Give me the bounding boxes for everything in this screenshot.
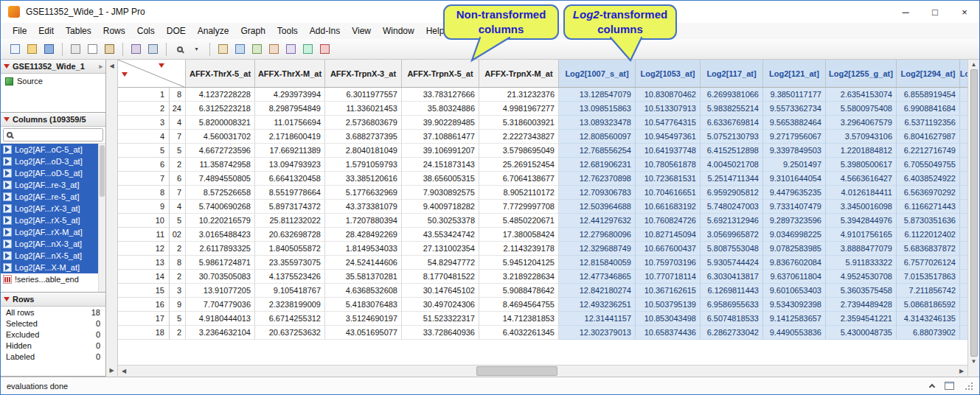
table-cell[interactable]: 6.88073902 <box>897 326 960 340</box>
table-cell[interactable]: 12.477346865 <box>559 270 636 284</box>
table-cell[interactable]: 5 <box>170 144 186 158</box>
table-cell[interactable]: 38.656005315 <box>402 172 479 186</box>
table-cell[interactable]: 3.0165488423 <box>186 228 255 242</box>
graph-builder-icon[interactable] <box>265 41 282 57</box>
table-cell[interactable]: 4.1237228228 <box>186 88 255 102</box>
table-cell[interactable]: 5.9861724871 <box>186 256 255 270</box>
table-cell[interactable]: 8.1770481522 <box>402 270 479 284</box>
table-cell[interactable]: 9.5653882464 <box>763 116 826 130</box>
table-cell[interactable]: 27.131002354 <box>402 242 479 256</box>
table-cell[interactable]: 7.0153517863 <box>897 270 960 284</box>
minimize-button[interactable]: ─ <box>891 1 920 23</box>
distribution-icon[interactable] <box>232 41 249 57</box>
table-cell[interactable]: 9.105418767 <box>255 284 325 298</box>
table-cell[interactable]: 30.147645102 <box>402 284 479 298</box>
table-cell[interactable]: 4.5663616427 <box>826 172 897 186</box>
menu-add-ins[interactable]: Add-Ins <box>304 24 346 38</box>
table-cell[interactable] <box>960 116 967 130</box>
table-cell[interactable]: 9.6010653403 <box>763 284 826 298</box>
table-cell[interactable]: 9.3101644054 <box>763 172 826 186</box>
column-list-item[interactable]: Log2[AF...rX-5_at] <box>1 214 105 226</box>
table-cell[interactable]: 10.723681531 <box>636 172 701 186</box>
table-cell[interactable]: 12.31441157 <box>559 312 636 326</box>
table-cell[interactable] <box>960 102 967 116</box>
table-cell[interactable]: 2 <box>170 158 186 172</box>
table-cell[interactable] <box>960 312 967 326</box>
table-cell[interactable] <box>960 284 967 298</box>
table-panel-header[interactable]: GSE11352_Wide_1 ▸ <box>1 60 105 74</box>
table-cell[interactable]: 24.151873143 <box>402 158 479 172</box>
table-cell[interactable]: 10.220216579 <box>186 214 255 228</box>
row-number[interactable]: 2 <box>118 102 170 116</box>
table-cell[interactable]: 4 <box>170 116 186 130</box>
table-cell[interactable]: 12.302379013 <box>559 326 636 340</box>
sidebar-splitter[interactable]: ◀ ▶ <box>106 60 118 377</box>
menu-tables[interactable]: Tables <box>60 24 97 38</box>
table-cell[interactable]: 5.4850220671 <box>479 214 559 228</box>
paste-icon[interactable] <box>101 41 118 57</box>
column-header[interactable]: AFFX-ThrX-M_at <box>255 60 325 87</box>
table-cell[interactable]: 12.768556254 <box>559 144 636 158</box>
goto-row-icon[interactable] <box>299 41 316 57</box>
chevron-up-icon[interactable] <box>930 382 934 389</box>
table-cell[interactable]: 5.9088478642 <box>479 284 559 298</box>
row-number[interactable]: 17 <box>118 312 170 326</box>
table-cell[interactable]: 43.553424742 <box>402 228 479 242</box>
table-cell[interactable]: 1.7207880394 <box>325 214 402 228</box>
table-cell[interactable]: 13.098515863 <box>559 102 636 116</box>
table-cell[interactable]: 10.760824726 <box>636 214 701 228</box>
table-cell[interactable]: 10.759703196 <box>636 256 701 270</box>
table-cell[interactable]: 2.2227343827 <box>479 130 559 144</box>
table-cell[interactable]: 5.4300048735 <box>826 326 897 340</box>
table-cell[interactable]: 3.570943106 <box>826 130 897 144</box>
table-cell[interactable]: 3.2364632104 <box>186 326 255 340</box>
table-cell[interactable]: 5.0752130793 <box>701 130 763 144</box>
table-cell[interactable]: 2.3238199009 <box>255 298 325 312</box>
table-cell[interactable]: 6 <box>170 172 186 186</box>
table-cell[interactable]: 3.2964067579 <box>826 116 897 130</box>
table-cell[interactable] <box>960 158 967 172</box>
menu-doe[interactable]: DOE <box>161 24 192 38</box>
expand-sidebar-icon[interactable]: ▶ <box>109 367 114 374</box>
table-cell[interactable]: 3.6882737395 <box>325 130 402 144</box>
column-header[interactable]: AFFX-TrpnX-M_at <box>479 60 559 87</box>
table-cell[interactable]: 35.80324886 <box>402 102 479 116</box>
table-cell[interactable] <box>960 88 967 102</box>
rows-stat-labeled[interactable]: Labeled0 <box>1 351 105 362</box>
table-cell[interactable]: 9.7331407479 <box>763 200 826 214</box>
menu-graph[interactable]: Graph <box>234 24 271 38</box>
table-cell[interactable]: 54.82947772 <box>402 256 479 270</box>
table-cell[interactable]: 3.0569965872 <box>701 228 763 242</box>
table-cell[interactable]: 13.089323478 <box>559 116 636 130</box>
column-header[interactable]: Log2[1007_s_at] <box>559 60 636 87</box>
open-file-icon[interactable] <box>24 41 41 57</box>
table-cell[interactable]: 5.5800975408 <box>826 102 897 116</box>
table-cell[interactable]: 3.8888477079 <box>826 242 897 256</box>
table-cell[interactable]: 8 <box>170 256 186 270</box>
table-cell[interactable]: 6.1166271443 <box>897 200 960 214</box>
scroll-down-icon[interactable]: ▼ <box>971 358 977 365</box>
table-cell[interactable] <box>960 144 967 158</box>
table-corner-cell[interactable] <box>118 60 186 87</box>
table-cell[interactable]: 10.853043498 <box>636 312 701 326</box>
table-cell[interactable]: 9.1412583657 <box>763 312 826 326</box>
row-number[interactable]: 1 <box>118 88 170 102</box>
rows-stat-excluded[interactable]: Excluded0 <box>1 329 105 340</box>
table-cell[interactable]: 11.358742958 <box>186 158 255 172</box>
resize-grip[interactable] <box>965 382 973 391</box>
table-cell[interactable] <box>960 214 967 228</box>
table-script-source[interactable]: Source <box>1 74 105 88</box>
table-cell[interactable]: 4.0045021708 <box>701 158 763 172</box>
table-cell[interactable]: 6.2699381066 <box>701 88 763 102</box>
table-cell[interactable]: 6.6714255312 <box>255 312 325 326</box>
table-cell[interactable]: 2 <box>170 326 186 340</box>
table-cell[interactable]: 10.641937748 <box>636 144 701 158</box>
row-number[interactable]: 7 <box>118 172 170 186</box>
table-cell[interactable]: 33.783127666 <box>402 88 479 102</box>
table-cell[interactable]: 6.7064138677 <box>479 172 559 186</box>
rows-stat-all-rows[interactable]: All rows18 <box>1 307 105 318</box>
table-cell[interactable]: 4.560031702 <box>186 130 255 144</box>
table-cell[interactable]: 10.704616651 <box>636 186 701 200</box>
table-cell[interactable]: 17.380058424 <box>479 228 559 242</box>
menu-cols[interactable]: Cols <box>131 24 161 38</box>
